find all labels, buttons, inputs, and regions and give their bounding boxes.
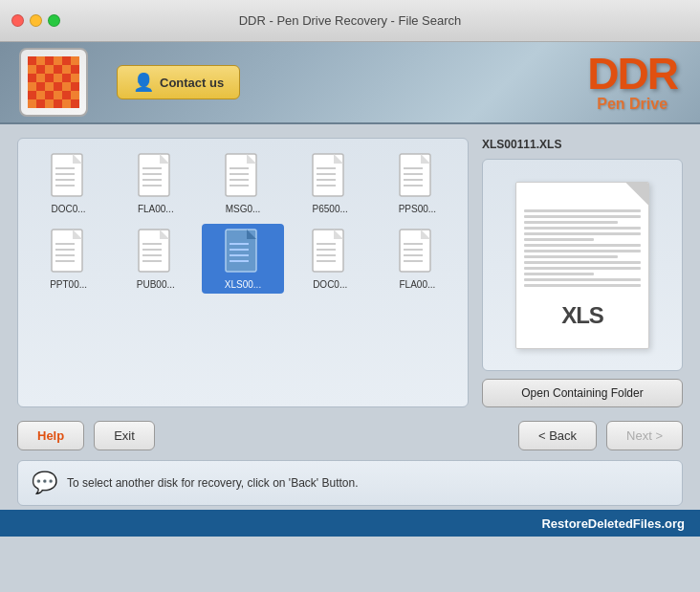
next-button[interactable]: Next > (606, 421, 683, 450)
doc-line (524, 221, 618, 224)
svg-rect-51 (317, 249, 336, 251)
logo-cell (54, 91, 62, 99)
doc-line (524, 232, 641, 235)
main-content: DOC0...FLA00...MSG0...P6500...PPS00...PP… (0, 124, 700, 421)
file-item[interactable]: DOC0... (28, 148, 109, 218)
svg-rect-27 (404, 173, 423, 175)
logo-cell (62, 99, 71, 108)
logo-cell (45, 56, 54, 65)
logo-cell (71, 82, 79, 91)
logo-cell (28, 91, 36, 99)
file-label: MSG0... (226, 204, 261, 214)
svg-rect-26 (404, 167, 423, 169)
svg-rect-11 (142, 185, 162, 186)
file-icon (135, 228, 177, 277)
logo-cell (62, 65, 71, 74)
svg-rect-34 (55, 254, 75, 256)
doc-line (524, 261, 641, 264)
logo-cell (71, 74, 79, 82)
svg-rect-15 (230, 173, 249, 175)
file-item[interactable]: PPT00... (28, 224, 109, 294)
back-button[interactable]: < Back (518, 421, 597, 450)
logo-cell (28, 56, 36, 65)
file-label: PPS00... (399, 204, 436, 214)
brand-name: DDR (587, 52, 677, 96)
preview-panel: XLS00111.XLS (482, 138, 683, 407)
close-button[interactable] (11, 14, 24, 27)
logo-cell (36, 91, 45, 99)
footer-label: RestoreDeletedFiles.org (541, 516, 685, 531)
svg-rect-21 (317, 173, 336, 175)
file-icon (222, 228, 264, 277)
logo-cell (45, 91, 54, 99)
logo-cell (36, 56, 45, 65)
exit-button[interactable]: Exit (94, 421, 155, 450)
logo-cell (62, 56, 71, 65)
svg-rect-56 (404, 243, 423, 245)
maximize-button[interactable] (48, 14, 60, 27)
file-item[interactable]: PUB00... (115, 224, 196, 294)
preview-box: XLS (482, 159, 683, 371)
preview-document: XLS (515, 182, 649, 349)
file-item[interactable]: FLA00... (115, 148, 196, 218)
svg-rect-29 (404, 185, 423, 186)
logo-cell (71, 56, 79, 65)
file-item[interactable]: XLS00... (202, 224, 283, 294)
file-item[interactable]: MSG0... (202, 148, 283, 218)
doc-line (524, 215, 641, 218)
titlebar: DDR - Pen Drive Recovery - File Search (0, 0, 700, 42)
logo-cell (36, 82, 45, 91)
doc-lines (516, 202, 648, 295)
contact-button[interactable]: 👤 Contact us (117, 65, 240, 99)
app-logo (19, 48, 88, 117)
svg-rect-59 (404, 260, 423, 262)
logo-cell (28, 99, 36, 108)
logo-cell (36, 99, 45, 108)
svg-rect-28 (404, 179, 423, 181)
logo-cell (71, 99, 79, 108)
doc-line (524, 238, 594, 241)
doc-line (524, 255, 618, 258)
svg-rect-3 (55, 173, 75, 175)
svg-rect-14 (230, 167, 249, 169)
logo-cell (62, 91, 71, 99)
minimize-button[interactable] (30, 14, 42, 27)
file-label: FLA00... (138, 204, 174, 214)
doc-line (524, 273, 594, 275)
preview-filename: XLS00111.XLS (482, 138, 683, 151)
file-icon (48, 228, 90, 277)
svg-rect-17 (230, 185, 249, 186)
svg-rect-40 (142, 254, 162, 256)
svg-rect-23 (317, 185, 336, 186)
doc-line (524, 250, 641, 252)
file-label: XLS00... (225, 279, 261, 290)
logo-cell (45, 99, 54, 108)
doc-line (524, 267, 641, 270)
file-item[interactable]: PPS00... (377, 148, 458, 218)
contact-label: Contact us (160, 76, 224, 90)
svg-rect-58 (404, 254, 423, 256)
logo-cell (54, 99, 62, 108)
svg-rect-50 (317, 243, 336, 245)
open-folder-button[interactable]: Open Containing Folder (482, 379, 683, 407)
svg-rect-35 (55, 260, 75, 262)
file-icon (396, 228, 438, 277)
file-grid[interactable]: DOC0...FLA00...MSG0...P6500...PPS00...PP… (17, 138, 469, 407)
file-icon (309, 152, 351, 202)
file-item[interactable]: P6500... (290, 148, 371, 218)
doc-line (524, 284, 641, 287)
logo-cell (28, 82, 36, 91)
logo-cell (36, 74, 45, 82)
file-label: PPT00... (50, 279, 87, 290)
status-bar: 💬 To select another disk for recovery, c… (17, 460, 683, 506)
brand-sub: Pen Drive (587, 96, 677, 113)
window-title: DDR - Pen Drive Recovery - File Search (239, 13, 462, 28)
info-icon: 💬 (32, 471, 57, 495)
file-item[interactable]: DOC0... (290, 224, 371, 294)
file-icon (396, 152, 438, 202)
logo-cell (45, 65, 54, 74)
footer: RestoreDeletedFiles.org (0, 510, 700, 537)
help-button[interactable]: Help (17, 421, 84, 450)
svg-rect-44 (230, 243, 249, 245)
file-item[interactable]: FLA00... (377, 224, 458, 294)
